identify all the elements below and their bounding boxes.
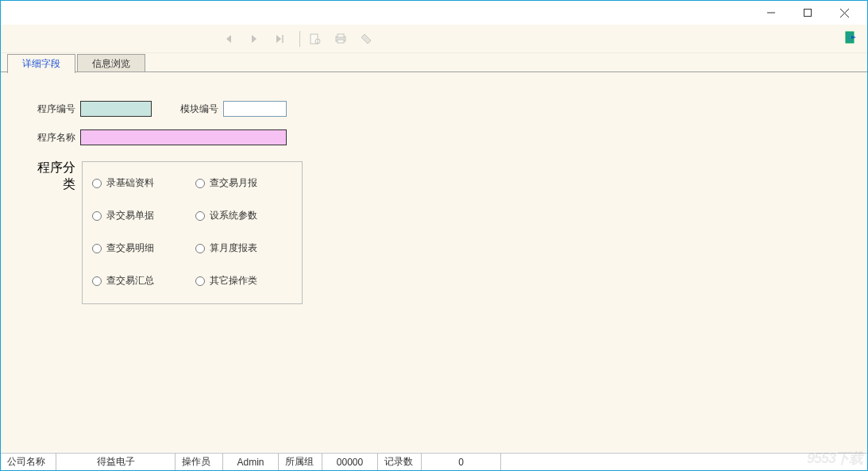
status-record-value: 0 xyxy=(422,454,501,470)
radio-label: 查交易月报 xyxy=(210,176,257,190)
toolbar xyxy=(1,25,867,53)
radio-transaction-detail[interactable]: 查交易明细 xyxy=(92,241,189,255)
window-buttons xyxy=(753,2,862,24)
tab-strip: 详细字段 信息浏览 xyxy=(1,53,867,72)
close-button[interactable] xyxy=(826,2,862,24)
maximize-button[interactable] xyxy=(789,2,826,24)
module-id-input[interactable] xyxy=(223,101,287,117)
svg-marker-4 xyxy=(226,35,231,43)
status-company-value: 得益电子 xyxy=(56,454,176,470)
status-group-value: 00000 xyxy=(322,454,378,470)
radio-monthly-report[interactable]: 查交易月报 xyxy=(195,176,292,190)
radio-label: 录交易单据 xyxy=(106,209,154,222)
status-group-label: 所属组 xyxy=(279,454,322,470)
tag-icon[interactable] xyxy=(356,29,376,48)
program-name-input[interactable] xyxy=(80,129,287,145)
program-id-label: 程序编号 xyxy=(33,102,80,116)
window-titlebar xyxy=(1,1,867,25)
radio-transaction-doc[interactable]: 录交易单据 xyxy=(92,209,189,222)
category-groupbox: 录基础资料 查交易月报 录交易单据 设系统参数 查交易明细 算月度报表 查交易汇… xyxy=(82,161,303,304)
row-program-id: 程序编号 模块编号 xyxy=(33,101,835,117)
radio-basic-data[interactable]: 录基础资料 xyxy=(92,176,189,190)
radio-label: 录基础资料 xyxy=(106,176,154,190)
prev-icon[interactable] xyxy=(218,29,239,48)
radio-label: 算月度报表 xyxy=(210,241,257,255)
program-id-input[interactable] xyxy=(80,101,152,117)
content-area: 程序编号 模块编号 程序名称 程序分类 录基础资料 查交易月报 录交易单据 设系… xyxy=(1,72,867,452)
module-id-label: 模块编号 xyxy=(176,102,223,116)
radio-system-params[interactable]: 设系统参数 xyxy=(195,209,292,222)
minimize-button[interactable] xyxy=(753,2,789,24)
status-operator-value: Admin xyxy=(223,454,279,470)
radio-label: 查交易汇总 xyxy=(106,274,154,288)
row-program-name: 程序名称 xyxy=(33,129,835,145)
status-record-label: 记录数 xyxy=(378,454,422,470)
status-bar: 公司名称 得益电子 操作员 Admin 所属组 00000 记录数 0 xyxy=(1,453,867,470)
status-operator-label: 操作员 xyxy=(176,454,223,470)
status-company-label: 公司名称 xyxy=(1,454,56,470)
radio-label: 查交易明细 xyxy=(106,241,154,255)
tab-browse[interactable]: 信息浏览 xyxy=(77,54,145,73)
print-icon[interactable] xyxy=(330,29,351,48)
category-label: 程序分类 xyxy=(33,160,80,193)
radio-transaction-summary[interactable]: 查交易汇总 xyxy=(92,274,189,288)
tab-detail[interactable]: 详细字段 xyxy=(7,54,75,73)
svg-rect-1 xyxy=(804,10,812,17)
exit-icon[interactable] xyxy=(843,29,859,45)
program-name-label: 程序名称 xyxy=(33,131,80,145)
svg-rect-11 xyxy=(338,34,344,37)
svg-marker-6 xyxy=(276,35,281,43)
radio-label: 其它操作类 xyxy=(210,274,257,288)
radio-monthly-table[interactable]: 算月度报表 xyxy=(195,241,292,255)
svg-marker-13 xyxy=(361,34,371,44)
toolbar-separator xyxy=(299,31,300,47)
next-icon[interactable] xyxy=(244,29,264,48)
status-filler xyxy=(501,454,867,470)
radio-other-ops[interactable]: 其它操作类 xyxy=(195,274,292,288)
last-icon[interactable] xyxy=(269,29,290,48)
preview-icon[interactable] xyxy=(305,29,326,48)
radio-label: 设系统参数 xyxy=(210,209,257,222)
svg-rect-12 xyxy=(338,40,344,43)
svg-marker-5 xyxy=(252,35,257,43)
